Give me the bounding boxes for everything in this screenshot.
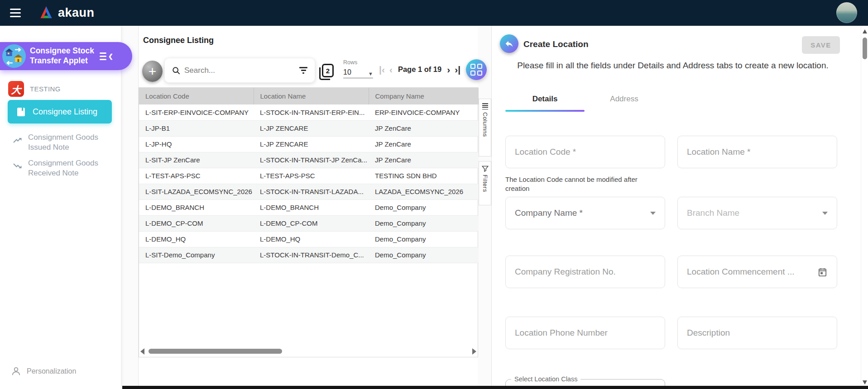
- location-phone-input[interactable]: [515, 328, 656, 338]
- sidebar-item-label: Consignment Goods Received Note: [28, 158, 103, 179]
- table-cell: Demo_Company: [369, 215, 479, 231]
- sidebar-item-goods-issued-note[interactable]: Consignment Goods Issued Note: [13, 133, 103, 153]
- table-row[interactable]: L-SIT-Demo_CompanyL-STOCK-IN-TRANSIT-Dem…: [139, 247, 479, 263]
- table-cell: L-STOCK-IN-TRANSIT-LAZADA...: [254, 184, 369, 199]
- table-body: L-SIT-ERP-EINVOICE-COMPANYL-STOCK-IN-TRA…: [139, 104, 479, 263]
- chevron-down-icon: ▼: [368, 71, 373, 76]
- scroll-up-arrow-icon[interactable]: [863, 29, 867, 33]
- search-box: [164, 58, 315, 83]
- filter-list-icon[interactable]: [299, 67, 307, 74]
- calendar-icon[interactable]: [817, 267, 828, 277]
- columns-tab[interactable]: Columns: [479, 99, 491, 157]
- search-input[interactable]: [184, 66, 299, 75]
- create-location-subtitle: Please fill in all the fields under Deta…: [510, 59, 836, 72]
- last-page-button[interactable]: ›|: [453, 64, 462, 75]
- description-input[interactable]: [687, 328, 828, 338]
- save-button[interactable]: SAVE: [802, 36, 840, 54]
- sidebar-item-consignee-listing[interactable]: Consignee Listing: [8, 100, 112, 123]
- horizontal-scrollbar[interactable]: [140, 348, 476, 355]
- table-row[interactable]: L-JP-B1L-JP ZENCAREJP ZenCare: [139, 120, 479, 136]
- akaun-triangle-icon: [38, 5, 54, 20]
- sidebar: Consignee Stock Transfer Applet ❮ 大 TEST…: [0, 26, 121, 389]
- branch-name-select[interactable]: Branch Name: [677, 197, 837, 229]
- table-header-row: Location Code Location Name Company Name: [139, 88, 479, 104]
- tab-details[interactable]: Details: [505, 89, 585, 109]
- table-cell: L-TEST-APS-PSC: [139, 168, 254, 184]
- vertical-scrollbar[interactable]: [861, 26, 868, 389]
- sidebar-item-personalization[interactable]: Personalization: [11, 366, 76, 376]
- applet-icon: [2, 44, 26, 68]
- company-registration-field: [505, 256, 665, 288]
- sidebar-item-goods-received-note[interactable]: Consignment Goods Received Note: [13, 158, 103, 179]
- app-window: akaun Consignee Stock Transfer Applet ❮: [0, 0, 868, 389]
- company-name-select[interactable]: Company Name *: [505, 197, 665, 229]
- rows-label: Rows: [343, 59, 373, 66]
- scroll-right-arrow-icon[interactable]: [472, 348, 476, 355]
- table-cell: L-STOCK-IN-TRANSIT-JP ZenCa...: [254, 152, 369, 168]
- location-commencement-input[interactable]: [687, 267, 814, 277]
- table-cell: JP ZenCare: [369, 120, 479, 136]
- user-avatar[interactable]: [836, 2, 857, 23]
- table-row[interactable]: L-DEMO_HQL-DEMO_HQDemo_Company: [139, 231, 479, 247]
- table-cell: Demo_Company: [369, 231, 479, 247]
- page-title: Consignee Listing: [143, 36, 214, 45]
- table-row[interactable]: L-SIT-ERP-EINVOICE-COMPANYL-STOCK-IN-TRA…: [139, 104, 479, 120]
- next-page-button[interactable]: ›: [446, 64, 451, 75]
- sidebar-item-testing[interactable]: 大 TESTING: [8, 81, 61, 97]
- grid-icon: [470, 64, 482, 76]
- table-row[interactable]: L-SIT-JP ZenCareL-STOCK-IN-TRANSIT-JP Ze…: [139, 152, 479, 168]
- filter-funnel-icon: [482, 166, 489, 172]
- chevron-down-icon: [822, 212, 828, 215]
- tab-address[interactable]: Address: [585, 89, 664, 109]
- table-cell: Demo_Company: [369, 199, 479, 215]
- table-cell: L-DEMO_HQ: [254, 231, 369, 247]
- vertical-scrollbar-thumb[interactable]: [863, 38, 867, 59]
- table-cell: Demo_Company: [369, 247, 479, 263]
- rows-per-page-select[interactable]: Rows 10 ▼: [343, 59, 373, 78]
- location-code-input[interactable]: [515, 147, 656, 157]
- pages-icon[interactable]: 2: [319, 64, 335, 81]
- column-header-location-name[interactable]: Location Name: [254, 88, 369, 104]
- filters-tab[interactable]: Filters: [479, 161, 491, 205]
- brand-logo[interactable]: akaun: [38, 5, 95, 20]
- table-row[interactable]: L-SIT-LAZADA_ECOMSYNC_2026L-STOCK-IN-TRA…: [139, 184, 479, 199]
- location-commencement-field: [677, 256, 837, 288]
- scroll-down-arrow-icon[interactable]: [863, 380, 867, 384]
- hamburger-menu-icon[interactable]: [10, 9, 22, 18]
- grid-view-button[interactable]: [466, 59, 487, 80]
- add-button[interactable]: +: [142, 61, 163, 82]
- applet-title: Consignee Stock Transfer Applet: [30, 46, 99, 66]
- table-cell: L-STOCK-IN-TRANSIT-Demo_C...: [254, 247, 369, 263]
- column-header-company-name[interactable]: Company Name: [369, 88, 479, 104]
- first-page-button[interactable]: |‹: [378, 64, 386, 75]
- table-cell: L-STOCK-IN-TRANSIT-ERP-EIN...: [254, 104, 369, 120]
- back-arrow-icon: [504, 39, 514, 48]
- description-field: [677, 317, 837, 349]
- consignee-listing-panel: Consignee Listing + 2 Rows 10 ▼ |‹ ‹: [138, 26, 478, 389]
- column-header-location-code[interactable]: Location Code: [139, 88, 254, 104]
- create-location-panel: Create Location SAVE Please fill in all …: [491, 26, 861, 389]
- table-row[interactable]: L-DEMO_BRANCHL-DEMO_BRANCHDemo_Company: [139, 199, 479, 215]
- trending-up-icon: [13, 136, 23, 144]
- table-row[interactable]: L-JP-HQL-JP ZENCAREJP ZenCare: [139, 136, 479, 152]
- location-name-input[interactable]: [687, 147, 828, 157]
- page-indicator: Page 1 of 19: [398, 65, 441, 74]
- columns-icon: [482, 103, 488, 109]
- table-cell: L-DEMO_BRANCH: [139, 199, 254, 215]
- active-tab-indicator: [505, 110, 585, 112]
- table-row[interactable]: L-TEST-APS-PSCL-TEST-APS-PSCTESTING SDN …: [139, 168, 479, 184]
- horizontal-scrollbar-thumb[interactable]: [149, 349, 282, 354]
- table-cell: L-DEMO_CP-COM: [139, 215, 254, 231]
- back-button[interactable]: [500, 34, 518, 53]
- prev-page-button[interactable]: ‹: [388, 64, 394, 75]
- table-row[interactable]: L-DEMO_CP-COML-DEMO_CP-COMDemo_Company: [139, 215, 479, 231]
- applet-switcher[interactable]: Consignee Stock Transfer Applet ❮: [0, 42, 132, 70]
- company-registration-input[interactable]: [515, 267, 656, 277]
- create-location-title: Create Location: [523, 39, 589, 49]
- sidebar-item-label: Consignee Listing: [33, 107, 97, 117]
- table-cell: L-JP ZENCARE: [254, 136, 369, 152]
- table-cell: L-SIT-JP ZenCare: [139, 152, 254, 168]
- scroll-left-arrow-icon[interactable]: [140, 348, 144, 355]
- table-side-tabs: Columns Filters: [479, 99, 491, 210]
- collapse-sidebar-icon[interactable]: ❮: [100, 52, 113, 60]
